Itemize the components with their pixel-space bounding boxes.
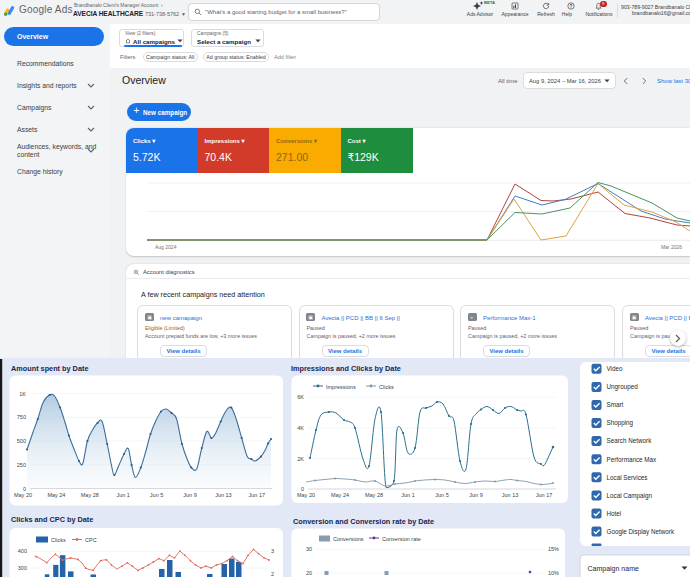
svg-text:Jun 9: Jun 9: [183, 492, 196, 498]
svg-text:Impressions: Impressions: [326, 384, 356, 390]
svg-text:6K: 6K: [297, 394, 304, 400]
svg-text:May 28: May 28: [365, 492, 383, 498]
svg-text:Aug 2024: Aug 2024: [155, 244, 177, 250]
svg-text:Jun 13: Jun 13: [215, 492, 232, 498]
svg-text:30: 30: [306, 546, 312, 552]
svg-text:Conversion and Conversion rate: Conversion and Conversion rate by Date: [293, 517, 434, 526]
svg-text:250: 250: [17, 462, 26, 468]
svg-text:2: 2: [271, 571, 274, 577]
svg-text:Local Campaign: Local Campaign: [607, 492, 653, 500]
svg-text:May 24: May 24: [331, 492, 349, 498]
svg-text:Clicks and CPC by Date: Clicks and CPC by Date: [11, 515, 93, 524]
svg-text:May 24: May 24: [47, 492, 65, 498]
svg-text:3: 3: [271, 548, 274, 554]
svg-text:Google Display Network: Google Display Network: [607, 528, 675, 536]
svg-text:1K: 1K: [19, 391, 26, 397]
svg-text:400: 400: [18, 548, 27, 554]
svg-text:10%: 10%: [548, 570, 559, 576]
svg-text:Mar 2026: Mar 2026: [661, 244, 682, 250]
svg-text:Jun 17: Jun 17: [536, 492, 553, 498]
svg-text:Conversion rate: Conversion rate: [382, 536, 421, 542]
svg-text:4K: 4K: [297, 425, 304, 431]
svg-text:Amount spent by Date: Amount spent by Date: [11, 364, 88, 373]
svg-text:2K: 2K: [297, 456, 304, 462]
svg-text:Video: Video: [607, 365, 623, 372]
svg-text:500: 500: [17, 438, 26, 444]
svg-text:Conversions: Conversions: [333, 536, 364, 542]
svg-text:Shopping: Shopping: [607, 419, 634, 427]
svg-text:300: 300: [18, 565, 27, 571]
svg-text:Clicks: Clicks: [379, 384, 394, 390]
svg-text:?: ?: [570, 3, 573, 8]
svg-text:15%: 15%: [548, 546, 559, 552]
svg-text:Search Network: Search Network: [607, 437, 653, 444]
svg-text:Jun 17: Jun 17: [249, 492, 266, 498]
svg-text:Jun 1: Jun 1: [116, 492, 129, 498]
svg-text:Smart: Smart: [607, 401, 624, 408]
svg-text:Clicks: Clicks: [51, 537, 66, 543]
svg-text:CPC: CPC: [85, 537, 97, 543]
svg-text:Jun 5: Jun 5: [435, 492, 448, 498]
svg-text:May 20: May 20: [14, 492, 32, 498]
svg-text:Performance Max: Performance Max: [607, 456, 658, 463]
svg-text:20: 20: [306, 570, 312, 576]
svg-text:Local Services: Local Services: [607, 474, 648, 481]
svg-text:Campaign name: Campaign name: [588, 565, 639, 573]
svg-text:Impressions and Clicks by Date: Impressions and Clicks by Date: [291, 364, 401, 373]
svg-text:Jun 13: Jun 13: [502, 492, 519, 498]
svg-text:May 20: May 20: [297, 492, 315, 498]
svg-text:Jun 1: Jun 1: [401, 492, 414, 498]
svg-text:Jun 9: Jun 9: [469, 492, 482, 498]
svg-text:May 28: May 28: [81, 492, 99, 498]
svg-text:750: 750: [17, 414, 26, 420]
svg-text:Hotel: Hotel: [607, 510, 622, 517]
svg-text:Jun 5: Jun 5: [150, 492, 163, 498]
svg-text:Ungrouped: Ungrouped: [607, 383, 639, 391]
